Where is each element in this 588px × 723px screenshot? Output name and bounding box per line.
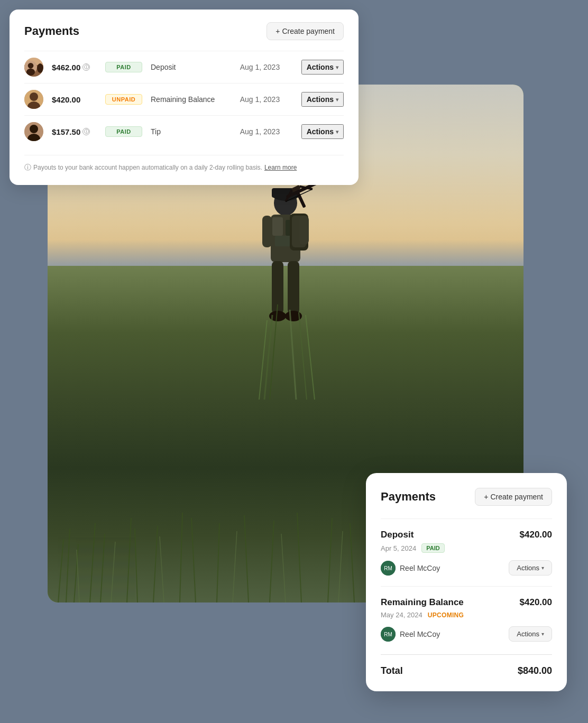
svg-point-59 bbox=[28, 63, 34, 69]
svg-line-30 bbox=[90, 523, 95, 602]
actions-btn-3[interactable]: Actions ▾ bbox=[301, 124, 344, 139]
person-name-1: Reel McCoy bbox=[400, 564, 440, 572]
svg-line-38 bbox=[244, 515, 249, 602]
footer-text: Payouts to your bank account happen auto… bbox=[33, 164, 262, 171]
chevron-icon-1: ▾ bbox=[336, 64, 338, 70]
svg-text:RM: RM bbox=[384, 566, 392, 571]
create-payment-btn-top[interactable]: + Create payment bbox=[267, 22, 344, 40]
svg-line-41 bbox=[328, 518, 332, 602]
card-total: Total $840.00 bbox=[381, 654, 552, 676]
info-icon-1[interactable]: ⓘ bbox=[82, 63, 90, 71]
payments-card-top: Payments + Create payment $462.00 ⓘ PAID… bbox=[10, 10, 359, 185]
svg-line-31 bbox=[100, 534, 105, 602]
total-label: Total bbox=[381, 665, 403, 676]
avatar-1 bbox=[24, 58, 43, 77]
info-icon-footer: ⓘ bbox=[24, 163, 31, 172]
svg-line-34 bbox=[153, 526, 158, 602]
svg-rect-4 bbox=[272, 217, 283, 236]
learn-more-link[interactable]: Learn more bbox=[264, 164, 297, 171]
item-1-badge: PAID bbox=[421, 543, 444, 553]
item-1-name: Deposit bbox=[381, 530, 414, 540]
person-info-2: RM Reel McCoy bbox=[381, 627, 440, 642]
item-1-person: RM Reel McCoy Actions ▾ bbox=[381, 560, 552, 576]
person-avatar-2: RM bbox=[381, 627, 396, 642]
item-2-amount: $420.00 bbox=[520, 597, 552, 608]
svg-line-35 bbox=[180, 513, 182, 602]
svg-line-24 bbox=[299, 312, 307, 400]
item-1-amount: $420.00 bbox=[520, 530, 552, 540]
avatar-2 bbox=[24, 90, 43, 109]
item-1-date: Apr 5, 2024 bbox=[381, 544, 416, 552]
person-name-2: Reel McCoy bbox=[400, 630, 440, 638]
svg-line-49 bbox=[77, 550, 79, 602]
card-top-title: Payments bbox=[24, 24, 79, 38]
svg-line-39 bbox=[270, 521, 274, 602]
payment-date-2: Aug 1, 2023 bbox=[240, 95, 293, 104]
total-amount: $840.00 bbox=[518, 665, 552, 676]
payment-row-1: $462.00 ⓘ PAID Deposit Aug 1, 2023 Actio… bbox=[24, 51, 344, 83]
person-info-1: RM Reel McCoy bbox=[381, 561, 440, 576]
payment-date-1: Aug 1, 2023 bbox=[240, 63, 293, 71]
svg-line-40 bbox=[297, 513, 301, 602]
actions-btn-1[interactable]: Actions ▾ bbox=[301, 60, 344, 75]
svg-line-50 bbox=[111, 542, 115, 602]
card-top-header: Payments + Create payment bbox=[24, 22, 344, 40]
person-avatar-img-1: RM bbox=[381, 561, 396, 576]
svg-line-32 bbox=[127, 518, 131, 602]
person-avatar-img-2: RM bbox=[381, 627, 396, 642]
payment-row-3: $157.50 ⓘ PAID Tip Aug 1, 2023 Actions ▾ bbox=[24, 115, 344, 147]
info-icon-3[interactable]: ⓘ bbox=[82, 128, 90, 135]
item-1-meta: Apr 5, 2024 PAID bbox=[381, 543, 552, 553]
svg-line-27 bbox=[58, 539, 63, 602]
svg-point-60 bbox=[26, 69, 35, 76]
card-footer: ⓘ Payouts to your bank account happen au… bbox=[24, 155, 344, 172]
svg-line-54 bbox=[338, 531, 343, 602]
payment-type-3: Tip bbox=[151, 127, 232, 136]
badge-1: PAID bbox=[105, 62, 142, 72]
item-2-person: RM Reel McCoy Actions ▾ bbox=[381, 626, 552, 642]
avatar-3 bbox=[24, 122, 43, 141]
svg-text:RM: RM bbox=[384, 632, 392, 637]
badge-2: UNPAID bbox=[105, 94, 142, 105]
chevron-icon-3: ▾ bbox=[336, 129, 338, 135]
amount-3: $157.50 ⓘ bbox=[52, 127, 97, 136]
actions-btn-2[interactable]: Actions ▾ bbox=[301, 92, 344, 107]
svg-line-42 bbox=[350, 523, 354, 602]
svg-line-51 bbox=[160, 536, 164, 602]
actions-btn-item-2[interactable]: Actions ▾ bbox=[509, 626, 552, 642]
svg-line-52 bbox=[233, 531, 237, 602]
svg-line-36 bbox=[191, 518, 196, 602]
payment-item-2-header: Remaining Balance $420.00 bbox=[381, 597, 552, 608]
amount-2: $420.00 bbox=[52, 95, 97, 104]
item-2-badge: UPCOMING bbox=[428, 611, 464, 619]
chevron-item-1: ▾ bbox=[541, 565, 544, 571]
svg-line-33 bbox=[135, 529, 137, 602]
actions-btn-item-1[interactable]: Actions ▾ bbox=[509, 560, 552, 576]
payment-type-2: Remaining Balance bbox=[151, 95, 232, 104]
svg-point-62 bbox=[30, 92, 38, 101]
payment-item-1-header: Deposit $420.00 bbox=[381, 530, 552, 540]
person-avatar-1: RM bbox=[381, 561, 396, 576]
badge-3: PAID bbox=[105, 126, 142, 137]
item-2-date: May 24, 2024 bbox=[381, 611, 422, 619]
payment-row-2: $420.00 UNPAID Remaining Balance Aug 1, … bbox=[24, 83, 344, 115]
chevron-icon-2: ▾ bbox=[336, 97, 338, 103]
chevron-item-2: ▾ bbox=[541, 631, 544, 637]
hunter-figure bbox=[233, 178, 338, 400]
amount-1: $462.00 ⓘ bbox=[52, 63, 97, 72]
payment-item-2: Remaining Balance $420.00 May 24, 2024 U… bbox=[381, 586, 552, 652]
svg-line-28 bbox=[66, 529, 70, 602]
svg-line-23 bbox=[290, 310, 296, 400]
card-bottom-header: Payments + Create payment bbox=[381, 488, 552, 506]
svg-line-37 bbox=[217, 523, 219, 602]
svg-rect-18 bbox=[288, 261, 299, 314]
svg-line-53 bbox=[281, 534, 286, 602]
svg-rect-16 bbox=[299, 216, 309, 245]
create-payment-btn-bottom[interactable]: + Create payment bbox=[475, 488, 552, 506]
payment-item-1: Deposit $420.00 Apr 5, 2024 PAID RM Reel… bbox=[381, 518, 552, 586]
card-bottom-title: Payments bbox=[381, 490, 436, 504]
payments-card-bottom: Payments + Create payment Deposit $420.0… bbox=[366, 473, 567, 691]
svg-line-26 bbox=[306, 315, 315, 400]
item-2-meta: May 24, 2024 UPCOMING bbox=[381, 611, 552, 619]
svg-rect-15 bbox=[262, 216, 272, 247]
